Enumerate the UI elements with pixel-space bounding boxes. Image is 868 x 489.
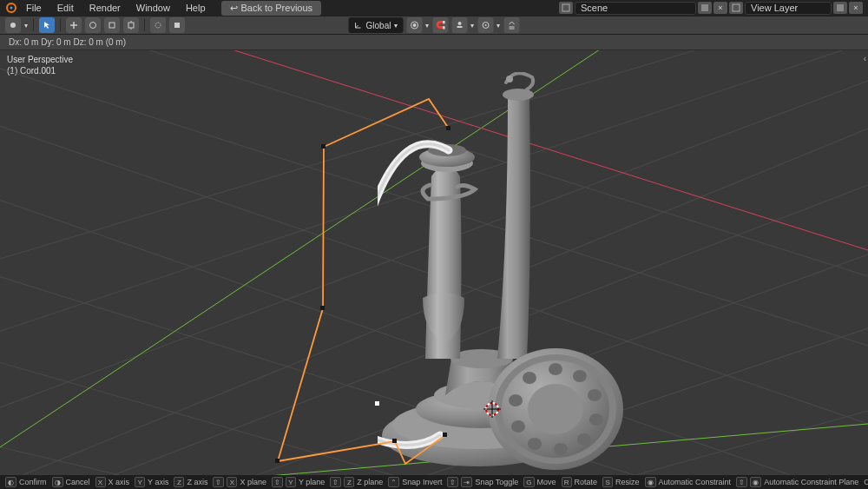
svg-point-1 (10, 7, 13, 10)
z-plane-hint: ⇧ZZ plane (330, 477, 383, 487)
editor-type-dropdown[interactable] (5, 17, 21, 33)
svg-rect-62 (321, 144, 326, 149)
confirm-hint: ◐Confirm (5, 477, 47, 487)
svg-point-6 (10, 23, 16, 28)
rotate-hint: RRotate (562, 477, 598, 487)
dropdown-caret-icon: ▾ (394, 22, 398, 30)
gizmo-move-button[interactable] (66, 17, 82, 33)
auto-constraint-hint: ◉Automatic Constraint (645, 477, 732, 487)
options-button[interactable] (503, 17, 519, 33)
gizmo-scale-button[interactable] (104, 17, 120, 33)
dropdown-caret-icon: ▾ (470, 22, 474, 30)
top-menu-bar: File Edit Render Window Help ↩ Back to P… (0, 0, 868, 16)
svg-rect-64 (275, 459, 279, 463)
snap-invert-hint: ⌃Snap Invert (388, 477, 442, 487)
orientation-icon (354, 21, 363, 30)
svg-rect-14 (457, 26, 462, 28)
scene-field[interactable]: Scene (575, 2, 696, 15)
svg-rect-2 (562, 4, 569, 11)
mouse-middle-icon: ◉ (645, 477, 656, 487)
orientation-label: Global (366, 21, 391, 30)
snap-toggle-button[interactable]: 🧲 (432, 17, 448, 33)
dropdown-caret-icon: ▾ (24, 22, 28, 30)
menu-file[interactable]: File (19, 1, 49, 15)
svg-rect-66 (443, 433, 447, 437)
layer-delete-button[interactable]: × (849, 2, 863, 14)
viewport-tool-header: ▾ Global ▾ ▾ 🧲 ▾ ▾ (0, 16, 868, 35)
blender-logo-icon[interactable] (5, 2, 17, 14)
y-axis-hint: YY axis (135, 477, 168, 487)
gizmo-rotate-button[interactable] (85, 17, 101, 33)
3d-viewport[interactable]: User Perspective (1) Cord.001 (0, 50, 868, 475)
magnet-icon: 🧲 (436, 21, 445, 30)
select-tool-button[interactable] (39, 17, 55, 33)
mouse-middle-icon: ◉ (750, 477, 761, 487)
svg-rect-11 (174, 23, 180, 28)
transform-readout: Dx: 0 m Dy: 0 m Dz: 0 m (0 m) (0, 35, 868, 50)
svg-rect-4 (733, 4, 740, 11)
snap-toggle-hint: ⇧⇥Snap Toggle (447, 477, 518, 487)
bezier-curve-overlay (0, 50, 868, 475)
cursor-tool-button[interactable] (150, 17, 166, 33)
menu-edit[interactable]: Edit (50, 1, 81, 15)
layer-label: View Layer (751, 3, 798, 13)
resize-hint: SResize (602, 477, 640, 487)
dropdown-caret-icon: ▾ (425, 22, 429, 30)
scene-browse-button[interactable] (559, 2, 573, 14)
sidebar-expand-icon[interactable]: ‹ (864, 54, 866, 63)
menu-render[interactable]: Render (82, 1, 128, 15)
x-plane-hint: ⇧XX plane (213, 477, 266, 487)
snap-options-dropdown[interactable] (451, 17, 467, 33)
gizmo-transform-button[interactable] (123, 17, 139, 33)
svg-rect-61 (446, 126, 450, 130)
scene-label: Scene (581, 3, 608, 13)
transform-orientation-dropdown[interactable]: Global ▾ (349, 17, 404, 33)
z-axis-hint: ZZ axis (174, 477, 207, 487)
3d-cursor-icon (483, 400, 502, 420)
cancel-hint: ◑Cancel (52, 477, 90, 487)
layer-new-button[interactable] (833, 2, 847, 14)
scene-new-button[interactable] (698, 2, 712, 14)
transform-help-bar: ◐Confirm ◑Cancel XX axis YY axis ZZ axis… (0, 475, 868, 489)
y-plane-hint: ⇧YY plane (272, 477, 325, 487)
view-layer-field[interactable]: View Layer (745, 2, 832, 15)
svg-rect-65 (392, 439, 397, 443)
svg-point-10 (155, 23, 161, 28)
move-hint: GMove (523, 477, 556, 487)
dropdown-caret-icon: ▾ (496, 22, 500, 30)
svg-rect-5 (837, 4, 844, 11)
svg-rect-9 (128, 23, 134, 28)
scene-delete-button[interactable]: × (713, 2, 727, 14)
svg-rect-8 (109, 23, 115, 28)
menu-help[interactable]: Help (179, 1, 213, 15)
auto-constraint-plane-hint: ⇧◉Automatic Constraint Plane (736, 477, 858, 487)
svg-point-15 (457, 22, 461, 25)
selection-stats: Cord.001 | Verts:1/7 (864, 478, 868, 486)
svg-rect-3 (701, 4, 708, 11)
svg-rect-67 (375, 401, 379, 406)
svg-point-17 (484, 24, 486, 26)
layer-browse-button[interactable] (729, 2, 743, 14)
pivot-dropdown[interactable] (406, 17, 422, 33)
proportional-edit-button[interactable] (477, 17, 493, 33)
back-label: Back to Previous (241, 3, 313, 13)
back-to-previous-button[interactable]: ↩ Back to Previous (221, 1, 322, 16)
back-icon: ↩ (230, 3, 238, 14)
mouse-left-icon: ◐ (5, 477, 16, 487)
svg-rect-63 (320, 306, 325, 310)
menu-window[interactable]: Window (129, 1, 177, 15)
svg-point-12 (412, 23, 416, 27)
extra-tool-button[interactable] (169, 17, 185, 33)
svg-point-7 (90, 23, 96, 29)
mouse-right-icon: ◑ (52, 477, 63, 487)
x-axis-hint: XX axis (95, 477, 130, 487)
